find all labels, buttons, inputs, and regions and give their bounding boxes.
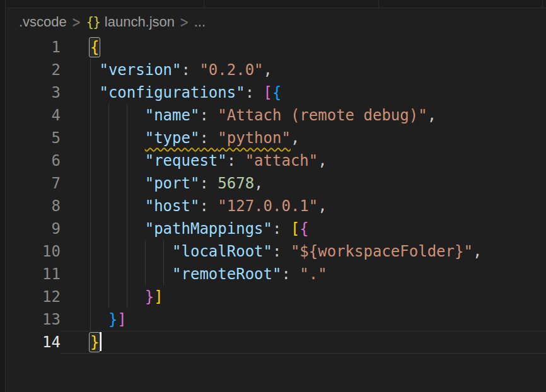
code-line-content[interactable]: "host": "127.0.0.1", [61, 195, 546, 217]
breadcrumb-file[interactable]: {} launch.json [86, 14, 175, 30]
indent-guide [145, 240, 146, 263]
indent-guide [108, 285, 109, 308]
line-number[interactable]: 3 [6, 81, 61, 104]
indent-guide [90, 149, 91, 172]
code-line-content[interactable]: "port": 5678, [61, 172, 546, 195]
code-line-content[interactable]: "remoteRoot": "." [61, 263, 546, 285]
warning-squiggle: "type": "python" [145, 129, 291, 147]
line-number[interactable]: 9 [6, 217, 61, 240]
code-line-content[interactable]: }] [61, 308, 546, 331]
chevron-right-icon: > [73, 13, 81, 32]
indent-guide [90, 172, 91, 195]
code-token: "host" [145, 197, 200, 215]
code-line: 11 "remoteRoot": "." [6, 263, 546, 285]
code-line-content[interactable]: "name": "Attach (remote debug)", [61, 104, 546, 127]
code-token: { [272, 84, 281, 101]
code-token: } [108, 311, 117, 328]
code-token: "request" [145, 152, 227, 170]
code-token: ] [117, 311, 126, 328]
code-line: 4 "name": "Attach (remote debug)", [6, 104, 546, 127]
code-line-content[interactable]: "request": "attach", [61, 149, 546, 172]
code-line-content[interactable]: "type": "python", [61, 127, 546, 149]
indent-guide [108, 127, 109, 149]
code-token: : [281, 265, 299, 283]
code-token: , [318, 152, 327, 170]
indent-guide [127, 263, 127, 285]
code-line: 1{ [6, 36, 546, 59]
matched-bracket: } [90, 333, 99, 351]
indent-guide [108, 149, 109, 172]
code-token: : [245, 84, 264, 101]
code-token: : [272, 220, 291, 238]
text-cursor [100, 332, 102, 351]
code-token: , [473, 243, 482, 260]
code-line-content[interactable]: "version": "0.2.0", [61, 59, 546, 81]
code-token: "name" [145, 107, 200, 124]
code-line-content[interactable]: { [61, 36, 546, 59]
code-token: , [291, 129, 299, 147]
json-braces-icon: {} [86, 14, 99, 30]
indent-guide [90, 308, 91, 331]
indent-guide [108, 240, 109, 263]
line-number[interactable]: 11 [6, 263, 61, 285]
code-token: , [264, 61, 272, 79]
line-number[interactable]: 10 [6, 240, 61, 263]
chevron-right-icon: > [180, 13, 189, 32]
code-line-content[interactable]: "configurations": [{ [61, 81, 546, 104]
indent-guide [108, 217, 109, 240]
line-number[interactable]: 6 [6, 149, 61, 172]
code-line: 12 }] [6, 285, 546, 308]
code-token: , [318, 197, 327, 215]
code-line-content[interactable]: "pathMappings": [{ [61, 217, 546, 240]
indent-guide [108, 263, 109, 285]
breadcrumb: .vscode > {} launch.json > ... [6, 8, 546, 36]
code-token: "pathMappings" [145, 220, 272, 238]
line-number[interactable]: 12 [6, 285, 61, 308]
line-number[interactable]: 13 [6, 308, 61, 331]
code-token: { [299, 220, 308, 238]
indent-guide [108, 195, 109, 217]
line-number[interactable]: 1 [6, 36, 61, 59]
code-line: 5 "type": "python", [6, 127, 546, 149]
indent-guide [90, 59, 91, 81]
code-line-content[interactable]: "localRoot": "${workspaceFolder}", [61, 240, 546, 263]
indent-guide [127, 104, 127, 127]
code-token: "Attach (remote debug)" [218, 107, 427, 124]
code-line-content[interactable]: }] [61, 285, 546, 308]
indent-guide [127, 217, 127, 240]
code-token: , [427, 107, 436, 124]
code-line: 3 "configurations": [{ [6, 81, 546, 104]
line-number[interactable]: 8 [6, 195, 61, 217]
tab-separator [542, 0, 543, 8]
code-token: "0.2.0" [199, 61, 263, 79]
code-token: } [145, 288, 154, 306]
indent-guide [163, 263, 164, 285]
code-editor[interactable]: 1{2 "version": "0.2.0",3 "configurations… [6, 36, 546, 354]
line-number[interactable]: 4 [6, 104, 61, 127]
code-line: 9 "pathMappings": [{ [6, 217, 546, 240]
code-token: "version" [99, 61, 181, 79]
code-lines: 1{2 "version": "0.2.0",3 "configurations… [6, 36, 546, 354]
line-number[interactable]: 5 [6, 127, 61, 149]
code-token: "localRoot" [172, 243, 272, 260]
code-token: : [199, 175, 218, 192]
code-token: "127.0.0.1" [218, 197, 318, 215]
code-line: 10 "localRoot": "${workspaceFolder}", [6, 240, 546, 263]
breadcrumb-folder[interactable]: .vscode [19, 14, 67, 30]
code-token: , [254, 175, 263, 192]
code-line: 13 }] [6, 308, 546, 331]
breadcrumb-file-label: launch.json [105, 14, 175, 30]
indent-guide [127, 127, 127, 149]
code-line: 2 "version": "0.2.0", [6, 59, 546, 81]
code-token: : [272, 243, 291, 260]
breadcrumb-symbol-more[interactable]: ... [194, 14, 206, 30]
line-number[interactable]: 7 [6, 172, 61, 195]
code-token: "port" [145, 175, 200, 192]
indent-guide [90, 104, 91, 127]
line-number[interactable]: 14 [6, 331, 61, 354]
code-line-content[interactable]: } [61, 331, 546, 354]
code-token: "python" [218, 129, 291, 147]
code-line: 6 "request": "attach", [6, 149, 546, 172]
indent-guide [163, 240, 164, 263]
line-number[interactable]: 2 [6, 59, 61, 81]
